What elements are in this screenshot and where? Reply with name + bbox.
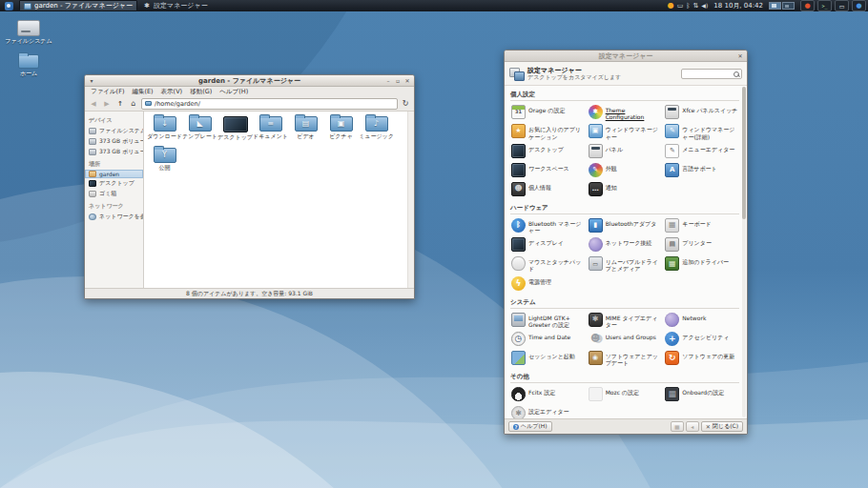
folder-emblem-icon: Y bbox=[162, 152, 167, 159]
workspace-2[interactable] bbox=[782, 2, 795, 10]
sidebar-item[interactable]: デスクトップ bbox=[85, 178, 143, 189]
fm-titlebar[interactable]: garden - ファイルマネージャー bbox=[85, 75, 414, 87]
sm-close-button[interactable] bbox=[735, 51, 745, 60]
all-settings-button[interactable] bbox=[671, 421, 684, 432]
sidebar-item[interactable]: ゴミ箱 bbox=[85, 189, 143, 199]
up-button[interactable] bbox=[114, 98, 126, 109]
search-input[interactable] bbox=[682, 70, 741, 78]
settings-item[interactable]: ◷Time and Date bbox=[510, 330, 586, 349]
fm-scrollbar[interactable] bbox=[407, 112, 414, 288]
path-bar[interactable]: /home/garden/ bbox=[141, 98, 398, 110]
file-item[interactable]: ≡ドキュメント bbox=[253, 116, 288, 141]
settings-item[interactable]: …通知 bbox=[588, 180, 663, 199]
back-button[interactable] bbox=[88, 98, 99, 109]
network-icon[interactable] bbox=[692, 0, 698, 11]
desktop-icon[interactable]: ホーム bbox=[2, 54, 55, 77]
menu-item[interactable]: 編集(E) bbox=[129, 88, 155, 96]
settings-item[interactable]: ▣ウィンドウマネージャー bbox=[588, 122, 663, 141]
settings-item[interactable]: Network bbox=[664, 311, 739, 330]
volume-icon[interactable] bbox=[701, 0, 708, 11]
settings-item-label: ウィンドウマネージャー bbox=[606, 124, 662, 139]
settings-item[interactable]: ✱Theme Configuration bbox=[588, 103, 663, 122]
settings-item[interactable]: ▭リムーバブルドライブとメディア bbox=[588, 254, 663, 274]
applications-menu-button[interactable] bbox=[2, 0, 15, 11]
menu-item[interactable]: 表示(V) bbox=[158, 88, 186, 96]
settings-item[interactable]: ▤プリンター bbox=[664, 235, 739, 254]
settings-item[interactable]: ▦追加のドライバー bbox=[664, 254, 739, 274]
file-item[interactable]: ♪ミュージック bbox=[359, 116, 394, 141]
reload-button[interactable] bbox=[400, 98, 411, 109]
settings-item[interactable]: ◉ソフトウェアとアップデート bbox=[588, 349, 663, 368]
minimize-button[interactable] bbox=[383, 76, 393, 85]
sidebar-item[interactable]: garden bbox=[85, 170, 143, 178]
settings-item[interactable]: ★お気に入りのアプリケーション bbox=[510, 122, 586, 141]
settings-item[interactable]: Fcitx 設定 bbox=[510, 385, 586, 404]
settings-item[interactable]: ᛒBluetooth マネージャー bbox=[510, 216, 586, 235]
settings-item[interactable]: ✎メニューエディター bbox=[664, 142, 739, 161]
file-item[interactable]: デスクトップ bbox=[217, 116, 253, 141]
file-item[interactable]: ↓ダウンロード bbox=[147, 116, 182, 141]
file-manager-icon bbox=[24, 3, 31, 10]
window-menu-icon[interactable] bbox=[87, 76, 96, 85]
overview-back-button[interactable] bbox=[686, 421, 699, 432]
display-icon[interactable] bbox=[835, 0, 849, 11]
folder-music-icon: ♪ bbox=[365, 116, 388, 132]
settings-item[interactable]: +アクセシビリティ bbox=[664, 330, 739, 349]
settings-item[interactable]: ☻Users and Groups bbox=[588, 330, 663, 349]
taskbar-button[interactable]: garden - ファイルマネージャー bbox=[19, 0, 137, 11]
file-item[interactable]: ▣ピクチャ bbox=[323, 116, 359, 141]
settings-item[interactable]: ディスプレイ bbox=[510, 235, 586, 254]
settings-item[interactable]: ✎外観 bbox=[588, 161, 663, 180]
settings-item[interactable]: ▮Bluetoothアダプタ bbox=[588, 216, 663, 235]
panel-launcher-red-icon[interactable] bbox=[800, 0, 815, 11]
maximize-button[interactable] bbox=[393, 76, 403, 85]
settings-item[interactable]: ✎ウィンドウマネージャー(詳細) bbox=[664, 122, 739, 141]
power-manager-icon[interactable] bbox=[668, 0, 674, 11]
close-settings-button[interactable]: ✕ 閉じる(C) bbox=[701, 421, 743, 432]
help-button[interactable]: ? ヘルプ(H) bbox=[508, 421, 552, 432]
settings-item[interactable]: ↻ソフトウェアの更新 bbox=[664, 349, 739, 368]
menu-item[interactable]: ファイル(F) bbox=[88, 88, 127, 96]
clock[interactable]: 18 10月, 04:42 bbox=[713, 1, 763, 10]
sidebar-item[interactable]: ネットワークを参照 bbox=[85, 212, 143, 222]
bluetooth-icon[interactable] bbox=[686, 0, 690, 11]
settings-item[interactable]: ネットワーク接続 bbox=[588, 235, 663, 254]
settings-item[interactable]: ワークスペース bbox=[510, 161, 586, 180]
file-item-label: ミュージック bbox=[359, 133, 394, 140]
sm-scrollbar[interactable] bbox=[742, 87, 746, 417]
sidebar-item[interactable]: 373 GB ボリューム bbox=[85, 136, 143, 147]
fm-file-area[interactable]: ↓ダウンロード◣テンプレートデスクトップ≡ドキュメント▤ビデオ▣ピクチャ♪ミュー… bbox=[144, 112, 414, 288]
settings-item[interactable]: ▦Onboardの設定 bbox=[664, 385, 739, 404]
file-item[interactable]: ▤ビデオ bbox=[288, 116, 323, 141]
settings-item[interactable]: A言語サポート bbox=[664, 161, 739, 180]
workspace-1[interactable] bbox=[769, 2, 781, 10]
settings-item[interactable]: マウスとタッチパッド bbox=[510, 254, 586, 274]
menu-item[interactable]: ヘルプ(H) bbox=[217, 88, 251, 96]
sidebar-item[interactable]: ファイルシステム bbox=[85, 126, 143, 136]
settings-item[interactable]: ✱設定エディター bbox=[510, 404, 586, 418]
forward-button[interactable] bbox=[101, 98, 113, 109]
settings-item[interactable]: パネル bbox=[588, 142, 663, 161]
settings-item[interactable]: デスクトップ bbox=[510, 142, 586, 161]
settings-item[interactable]: セッションと起動 bbox=[510, 349, 586, 368]
settings-item[interactable]: ☻個人情報 bbox=[510, 180, 586, 199]
settings-item[interactable]: 31Orage の設定 bbox=[510, 103, 586, 122]
close-button[interactable] bbox=[403, 76, 412, 85]
settings-item[interactable]: ✱MIME タイプエディター bbox=[588, 311, 663, 330]
desktop-icon[interactable]: ファイルシステム bbox=[2, 20, 55, 45]
sm-titlebar[interactable]: 設定マネージャー bbox=[505, 51, 747, 62]
file-item[interactable]: Y公開 bbox=[147, 148, 182, 172]
settings-item[interactable]: ϟ電源管理 bbox=[510, 274, 586, 294]
session-icon[interactable] bbox=[852, 0, 866, 11]
menu-item[interactable]: 移動(G) bbox=[187, 88, 215, 96]
home-button[interactable] bbox=[128, 98, 139, 109]
file-item[interactable]: ◣テンプレート bbox=[182, 116, 217, 141]
settings-item[interactable]: Xfce パネルスイッチ bbox=[664, 103, 739, 122]
terminal-icon[interactable] bbox=[817, 0, 832, 11]
settings-item[interactable]: LightDM GTK+ Greeter の設定 bbox=[510, 311, 586, 330]
taskbar-button[interactable]: ✱設定マネージャー bbox=[138, 0, 213, 11]
settings-item[interactable]: Mozc の設定 bbox=[588, 385, 663, 404]
sidebar-item[interactable]: 373 GB ボリューム bbox=[85, 147, 143, 157]
battery-icon[interactable] bbox=[677, 0, 684, 11]
settings-item[interactable]: ▦キーボード bbox=[664, 216, 739, 235]
